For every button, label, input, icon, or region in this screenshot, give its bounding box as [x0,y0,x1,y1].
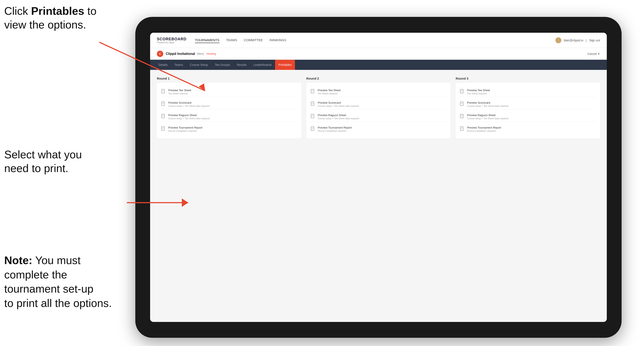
round-3-title: Round 3 [456,77,600,80]
svg-rect-4 [162,89,164,93]
round-3-scorecard[interactable]: Preview Scorecard Course setup + Tee She… [460,99,596,109]
raguzzi-icon-r3 [460,114,465,120]
round-1-tee-sheet-sublabel: Tee Sheet required [168,92,191,95]
round-2-card: Preview Tee Sheet Tee Sheet required Pre… [306,83,451,138]
scorecard-icon-r2 [310,102,316,107]
round-3-scorecard-sublabel: Course setup + Tee Sheet data required [467,105,508,107]
round-1-tournament-report[interactable]: Preview Tournament Report Round Completi… [161,124,297,134]
tournament-type: (Men) [197,52,204,55]
round-1-tee-sheet[interactable]: Preview Tee Sheet Tee Sheet required [161,87,297,97]
round-2-tee-sheet[interactable]: Preview Tee Sheet Tee Sheet required [310,87,446,97]
raguzzi-icon-r1 [161,114,166,120]
round-3-scorecard-label: Preview Scorecard [467,101,508,104]
main-content: Round 1 [150,70,607,322]
round-2-column: Round 2 Preview Tee Sheet Tee Sheet requ… [306,77,451,138]
svg-rect-32 [311,127,314,131]
round-3-raguzzi-label: Preview Raguzzi Sheet [467,114,508,117]
separator: | [586,39,587,42]
svg-rect-12 [162,114,164,118]
round-3-tee-sheet-sublabel: Tee Sheet required [467,92,490,95]
round-3-raguzzi-sublabel: Course setup + Tee Sheet data required [467,117,508,120]
tournament-logo: C [157,51,163,57]
round-2-tee-sheet-sublabel: Tee Sheet required [318,92,340,95]
nav-rankings[interactable]: RANKINGS [270,37,286,43]
annotation-middle: Select what youneed to print. [4,148,82,175]
round-1-raguzzi[interactable]: Preview Raguzzi Sheet Course setup + Tee… [161,112,297,122]
round-2-tee-sheet-label: Preview Tee Sheet [318,89,340,92]
svg-rect-20 [311,89,314,93]
user-email: blair@clippd.io [564,39,583,42]
round-3-raguzzi[interactable]: Preview Raguzzi Sheet Course setup + Tee… [460,112,596,122]
round-3-tournament-report[interactable]: Preview Tournament Report Round Completi… [460,124,596,134]
round-1-tournament-report-label: Preview Tournament Report [168,126,202,129]
round-3-card: Preview Tee Sheet Tee Sheet required Pre… [456,83,600,138]
tournament-report-icon-r1 [161,127,166,132]
round-2-raguzzi-label: Preview Raguzzi Sheet [318,114,359,117]
round-1-scorecard[interactable]: Preview Scorecard Course setup + Tee She… [161,99,297,109]
tee-sheet-icon-r3 [460,89,465,95]
annotation-top: Click Printables toview the options. [4,4,96,32]
tournament-status: Hosting [206,52,216,55]
tab-teams[interactable]: Teams [171,60,186,70]
round-2-tournament-report-sublabel: Round Completion required [318,130,352,132]
round-3-tee-sheet-label: Preview Tee Sheet [467,89,490,92]
svg-rect-48 [460,127,463,131]
round-1-title: Round 1 [157,77,301,80]
tournament-bar: C Clippd Invitational (Men) Hosting Canc… [150,48,607,60]
tab-leaderboards[interactable]: Leaderboards [250,60,275,70]
tab-printables[interactable]: Printables [275,60,295,70]
sign-out-link[interactable]: Sign out [589,39,600,42]
annotation-bottom: Note: You mustcomplete thetournament set… [4,253,112,310]
raguzzi-icon-r2 [310,114,316,120]
brand-sub: Powered by clippd [157,41,186,44]
svg-rect-44 [460,114,463,118]
round-1-scorecard-sublabel: Course setup + Tee Sheet data required [168,105,210,107]
top-nav: SCOREBOARD Powered by clippd TOURNAMENTS… [150,33,607,48]
round-1-scorecard-label: Preview Scorecard [168,101,210,104]
round-2-scorecard[interactable]: Preview Scorecard Course setup + Tee She… [310,99,446,109]
tournament-name: Clippd Invitational [166,52,195,56]
rounds-grid: Round 1 [157,77,600,138]
tournament-report-icon-r2 [310,127,316,132]
round-1-raguzzi-label: Preview Raguzzi Sheet [168,114,210,117]
round-1-tournament-report-sublabel: Round Completion required [168,130,202,132]
user-avatar [556,37,561,43]
brand: SCOREBOARD Powered by clippd [157,37,186,44]
tee-sheet-icon-r2 [310,89,316,95]
svg-rect-28 [311,114,314,118]
round-3-tournament-report-label: Preview Tournament Report [467,126,501,129]
round-2-title: Round 2 [306,77,451,80]
round-1-column: Round 1 [157,77,301,138]
round-2-scorecard-label: Preview Scorecard [318,101,359,104]
round-1-card: Preview Tee Sheet Tee Sheet required [157,83,301,138]
nav-committee[interactable]: COMMITTEE [244,37,263,43]
nav-teams[interactable]: TEAMS [226,37,237,43]
round-2-raguzzi[interactable]: Preview Raguzzi Sheet Course setup + Tee… [310,112,446,122]
svg-rect-24 [311,102,314,106]
tab-results[interactable]: Results [234,60,250,70]
top-nav-right: blair@clippd.io | Sign out [556,37,600,43]
round-2-tournament-report[interactable]: Preview Tournament Report Round Completi… [310,124,446,134]
tab-tee-groups[interactable]: Tee Groups [212,60,234,70]
svg-rect-40 [460,102,463,106]
brand-title: SCOREBOARD [157,37,186,41]
tab-bar: Details Teams Course Setup Tee Groups Re… [150,60,607,70]
tab-course-setup[interactable]: Course Setup [186,60,212,70]
svg-rect-8 [162,102,164,106]
round-1-tee-sheet-label: Preview Tee Sheet [168,89,191,92]
svg-rect-36 [460,89,463,93]
round-2-raguzzi-sublabel: Course setup + Tee Sheet data required [318,117,359,120]
round-1-scorecard-text: Preview Scorecard Course setup + Tee She… [168,101,210,107]
tab-details[interactable]: Details [155,60,171,70]
nav-tournaments[interactable]: TOURNAMENTS [195,37,220,43]
round-1-tee-sheet-text: Preview Tee Sheet Tee Sheet required [168,89,191,95]
scorecard-icon-r3 [460,102,465,107]
top-nav-links: TOURNAMENTS TEAMS COMMITTEE RANKINGS [195,37,556,43]
round-2-scorecard-sublabel: Course setup + Tee Sheet data required [318,105,359,107]
round-3-tournament-report-sublabel: Round Completion required [467,130,501,132]
cancel-button[interactable]: Cancel ✕ [588,52,600,55]
round-1-tournament-report-text: Preview Tournament Report Round Completi… [168,126,202,132]
svg-rect-16 [162,127,164,131]
round-1-raguzzi-sublabel: Course setup + Tee Sheet data required [168,117,210,120]
round-3-tee-sheet[interactable]: Preview Tee Sheet Tee Sheet required [460,87,596,97]
